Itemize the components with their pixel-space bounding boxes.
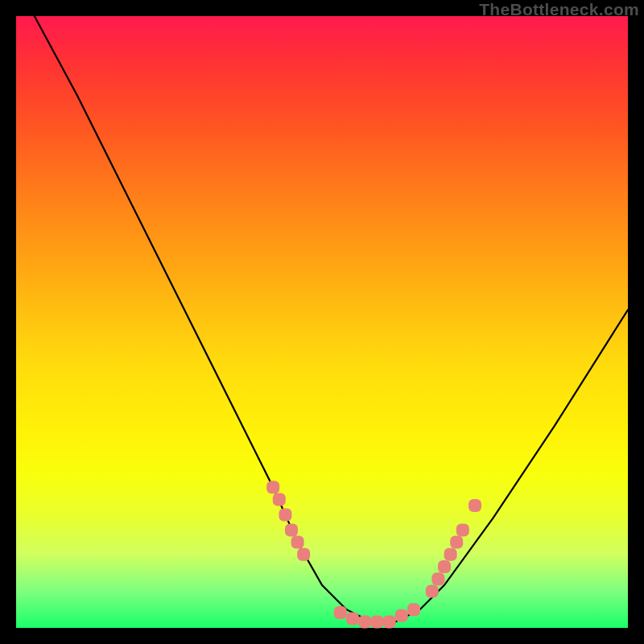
watermark-text: TheBottleneck.com bbox=[479, 0, 639, 19]
marker-dot bbox=[285, 523, 298, 536]
plot-area bbox=[16, 16, 628, 628]
marker-dot bbox=[334, 606, 347, 619]
chart-frame: TheBottleneck.com bbox=[0, 0, 644, 644]
marker-dot bbox=[279, 508, 291, 521]
marker-dot bbox=[407, 603, 420, 616]
marker-dots bbox=[266, 481, 481, 628]
chart-svg bbox=[16, 16, 628, 628]
marker-dot bbox=[358, 615, 371, 628]
marker-dot bbox=[266, 481, 279, 493]
marker-dot bbox=[370, 615, 383, 628]
bottleneck-curve bbox=[35, 16, 628, 621]
marker-dot bbox=[297, 548, 310, 561]
marker-dot bbox=[450, 536, 463, 549]
marker-dot bbox=[273, 493, 286, 506]
marker-dot bbox=[438, 560, 451, 573]
marker-dot bbox=[431, 572, 444, 585]
marker-dot bbox=[291, 536, 304, 549]
marker-dot bbox=[346, 613, 359, 625]
marker-dot bbox=[426, 584, 439, 597]
marker-dot bbox=[456, 523, 469, 536]
marker-dot bbox=[444, 548, 457, 561]
marker-dot bbox=[469, 499, 481, 512]
marker-dot bbox=[383, 615, 396, 628]
marker-dot bbox=[395, 609, 408, 622]
